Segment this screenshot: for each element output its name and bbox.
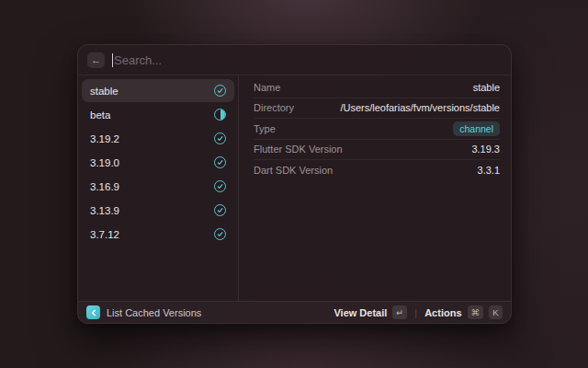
version-label: stable — [90, 86, 214, 97]
version-list: stable beta 3.19.2 3.19.0 — [78, 75, 239, 301]
detail-panel: Name stable Directory /Users/leofarias/f… — [239, 75, 511, 301]
half-circle-icon — [214, 109, 226, 121]
version-label: 3.7.12 — [90, 229, 214, 240]
detail-label: Directory — [254, 102, 340, 113]
detail-value: stable — [473, 82, 500, 93]
text-caret — [112, 53, 113, 67]
list-item-beta[interactable]: beta — [82, 103, 234, 126]
back-arrow-icon: ← — [91, 52, 101, 68]
version-label: 3.19.2 — [90, 133, 214, 144]
list-item-3-19-0[interactable]: 3.19.0 — [82, 151, 234, 174]
detail-label: Flutter SDK Version — [254, 144, 471, 155]
check-circle-icon — [214, 85, 226, 97]
footer-separator: | — [414, 307, 417, 318]
back-button[interactable]: ← — [87, 52, 105, 68]
detail-row-directory: Directory /Users/leofarias/fvm/versions/… — [254, 98, 500, 120]
command-palette-window: ← stable beta 3.19.2 — [77, 44, 512, 324]
footer-actions: View Detail ↵ | Actions ⌘ K — [334, 305, 503, 319]
primary-action-label[interactable]: View Detail — [334, 307, 387, 318]
search-input[interactable] — [114, 53, 502, 67]
check-circle-icon — [214, 180, 226, 192]
enter-key-badge[interactable]: ↵ — [392, 305, 407, 319]
check-circle-icon — [214, 132, 226, 144]
cmd-key-badge[interactable]: ⌘ — [468, 305, 484, 319]
check-circle-icon — [214, 204, 226, 216]
actions-menu-label[interactable]: Actions — [424, 307, 461, 318]
detail-label: Dart SDK Version — [254, 165, 478, 176]
list-item-3-13-9[interactable]: 3.13.9 — [82, 199, 234, 222]
version-label: 3.13.9 — [90, 205, 214, 216]
detail-row-dart-sdk: Dart SDK Version 3.3.1 — [254, 160, 500, 181]
list-item-3-7-12[interactable]: 3.7.12 — [82, 223, 234, 246]
action-bar: List Cached Versions View Detail ↵ | Act… — [78, 301, 511, 323]
detail-label: Name — [254, 82, 473, 93]
version-label: 3.16.9 — [90, 181, 214, 192]
list-item-3-19-2[interactable]: 3.19.2 — [82, 127, 234, 150]
detail-label: Type — [254, 123, 453, 134]
check-circle-icon — [214, 156, 226, 168]
check-circle-icon — [214, 228, 226, 240]
k-key-badge[interactable]: K — [489, 305, 503, 319]
content-area: stable beta 3.19.2 3.19.0 — [78, 75, 511, 301]
detail-value: 3.3.1 — [478, 165, 500, 176]
version-label: beta — [90, 109, 214, 121]
list-item-3-16-9[interactable]: 3.16.9 — [82, 175, 234, 198]
fvm-extension-icon — [86, 305, 100, 319]
channel-type-badge: channel — [453, 121, 500, 136]
detail-value: 3.19.3 — [471, 144, 500, 155]
detail-value: /Users/leofarias/fvm/versions/stable — [340, 102, 500, 113]
detail-row-name: Name stable — [254, 77, 500, 98]
version-label: 3.19.0 — [90, 157, 214, 168]
search-header: ← — [78, 45, 511, 75]
detail-row-flutter-sdk: Flutter SDK Version 3.19.3 — [254, 140, 500, 161]
command-title: List Cached Versions — [107, 307, 327, 318]
detail-row-type: Type channel — [254, 119, 500, 140]
search-field-wrap — [112, 45, 502, 75]
list-item-stable[interactable]: stable — [82, 79, 234, 102]
